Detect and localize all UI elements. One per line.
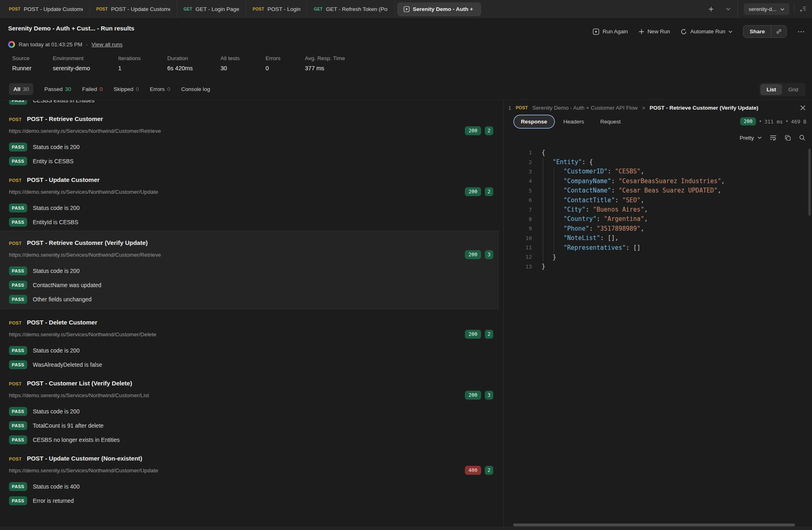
test-result-section[interactable]: POST POST - Retrieve Customer https://de… (9, 115, 493, 167)
code-line: 8 "Country": "Argentina", (505, 214, 812, 224)
test-result-section[interactable]: POST POST - Update Customer https://demo… (9, 176, 493, 227)
request-tab[interactable]: POST POST - Update Custome (90, 0, 177, 18)
breadcrumb-collection[interactable]: Serenity Demo - Auth + Customer API Flow (532, 105, 637, 111)
code-token: "SEO" (622, 197, 641, 204)
runner-icon (8, 41, 15, 48)
response-panel-tab[interactable]: Request (594, 115, 628, 128)
format-selector[interactable]: Pretty (740, 135, 762, 141)
filter-tab[interactable]: Failed 0 (82, 86, 102, 92)
request-tab[interactable]: POST POST - Login (246, 0, 307, 18)
new-run-button[interactable]: New Run (639, 28, 670, 35)
pass-badge: PASS (9, 421, 27, 430)
stat-label: Errors (266, 55, 305, 61)
code-line: 2 "Entity": { (505, 157, 812, 167)
breadcrumb-separator: > (642, 105, 645, 111)
tab-title: Serenity Demo - Auth + Cu (413, 6, 475, 12)
main-content: PASS CESBS exists in Entities POST POST … (0, 100, 812, 530)
request-tab[interactable]: GET GET - Refresh Token (Pos (307, 0, 394, 18)
request-tab[interactable]: POST POST - Update Custome (2, 0, 90, 18)
request-url: https://demo.serenity.is/Services/Northw… (9, 392, 465, 398)
code-token: : (615, 197, 622, 204)
response-panel-tab[interactable]: Response (514, 115, 554, 128)
tab-overflow-chevron-icon[interactable] (719, 8, 738, 11)
filter-tab[interactable]: All 30 (9, 83, 33, 95)
test-result-section[interactable]: POST POST - Update Customer (Non-existen… (9, 455, 493, 506)
wrap-text-icon[interactable] (770, 135, 777, 141)
list-view-button[interactable]: List (760, 84, 782, 95)
test-text: EntityId is CESBS (33, 219, 78, 225)
response-size: 469 B (791, 119, 806, 125)
automate-run-button[interactable]: Automate Run (680, 28, 732, 35)
stat-item: All tests 30 (220, 55, 266, 71)
request-tab[interactable]: Serenity Demo - Auth + Cu (397, 2, 481, 16)
new-tab-button[interactable] (704, 6, 719, 12)
filter-tab[interactable]: Skipped 0 (114, 86, 139, 92)
code-token: "City" (564, 206, 585, 213)
test-result-section[interactable]: POST POST - Delete Customer https://demo… (9, 319, 493, 370)
search-icon[interactable] (799, 134, 806, 141)
code-token: , (644, 206, 648, 213)
pass-badge: PASS (9, 346, 27, 355)
bullet: • (786, 119, 788, 124)
section-tests: PASS Status code is 200 PASS EntityId is… (9, 202, 493, 227)
new-run-label: New Run (648, 28, 670, 35)
test-assertion-row: PASS Status code is 200 (9, 345, 493, 356)
run-again-button[interactable]: Run Again (593, 28, 628, 35)
code-content: "Phone": "3517898989", (542, 225, 644, 232)
request-tab[interactable]: GET GET - Login Page (177, 0, 246, 18)
response-body-viewer[interactable]: 1 { 2 "Entity": { 3 "CustomerID": "CESBS… (505, 148, 812, 523)
ran-timestamp: Ran today at 01:43:25 PM (19, 41, 82, 48)
code-token: "CesarBeasSuarez Industries" (618, 177, 721, 185)
code-line: 12 } (505, 252, 812, 262)
dot-separator: · (86, 41, 88, 48)
share-button[interactable]: Share (743, 26, 771, 37)
more-actions-button[interactable]: ⋯ (797, 27, 806, 36)
test-result-section[interactable]: POST POST - Retrieve Customer (Verify Up… (0, 231, 499, 309)
stat-item: Iterations 1 (118, 55, 167, 71)
run-play-icon (404, 6, 410, 12)
filter-tab[interactable]: Errors 0 (150, 86, 170, 92)
stat-label: Source (12, 55, 53, 61)
test-result-section[interactable]: POST POST - Customer List (Verify Delete… (9, 380, 493, 445)
close-icon[interactable] (799, 104, 807, 112)
test-text: Status code is 200 (33, 205, 80, 211)
test-assertion-row: PASS Status code is 200 (9, 406, 493, 417)
copy-icon[interactable] (785, 135, 791, 141)
code-content: "Entity": { (542, 158, 593, 166)
line-number: 11 (505, 244, 532, 251)
filter-tab[interactable]: Passed 30 (44, 86, 71, 92)
panel-divider (503, 100, 504, 530)
code-content: "ContactTitle": "SEO", (542, 197, 644, 204)
indent-guide (554, 186, 554, 195)
divider (794, 4, 795, 14)
test-text: Error is returned (33, 498, 74, 504)
console-log-link[interactable]: Console log (181, 86, 210, 92)
vertical-scrollbar[interactable] (808, 149, 811, 216)
request-url: https://demo.serenity.is/Services/Northw… (9, 467, 465, 474)
share-button-group: Share (743, 25, 787, 38)
grid-view-button[interactable]: Grid (782, 84, 804, 95)
format-label: Pretty (740, 135, 754, 141)
environment-quick-look-icon[interactable] (799, 6, 806, 12)
line-number: 8 (505, 216, 532, 222)
copy-link-icon[interactable] (771, 26, 786, 37)
environment-selector[interactable]: serenity-d... (744, 3, 789, 15)
indent-guide (543, 252, 543, 262)
request-url: https://demo.serenity.is/Services/Northw… (9, 331, 465, 337)
code-token: "Phone" (564, 225, 589, 232)
filter-bar: All 30 Passed 30 Failed 0 Skipped 0 Erro… (0, 80, 812, 100)
response-panel-tab[interactable]: Headers (557, 115, 591, 128)
horizontal-scrollbar[interactable] (513, 524, 795, 526)
tab-method-label: POST (9, 7, 20, 11)
indent-guide (543, 176, 543, 186)
tab-title: POST - Update Custome (24, 6, 83, 12)
code-line: 6 "ContactTitle": "SEO", (505, 195, 812, 205)
indent-guide (554, 233, 554, 243)
code-content: "Country": "Argentina", (542, 215, 648, 223)
test-assertion-row: PASS EntityId is CESBS (9, 216, 493, 227)
pass-badge: PASS (9, 157, 27, 166)
code-content: "ContactName": "Cesar Beas Suarez UPDATE… (542, 187, 721, 194)
test-text: CESBS no longer exists in Entities (33, 437, 120, 443)
view-all-runs-link[interactable]: View all runs (91, 41, 122, 48)
code-line: 1 { (505, 148, 812, 157)
